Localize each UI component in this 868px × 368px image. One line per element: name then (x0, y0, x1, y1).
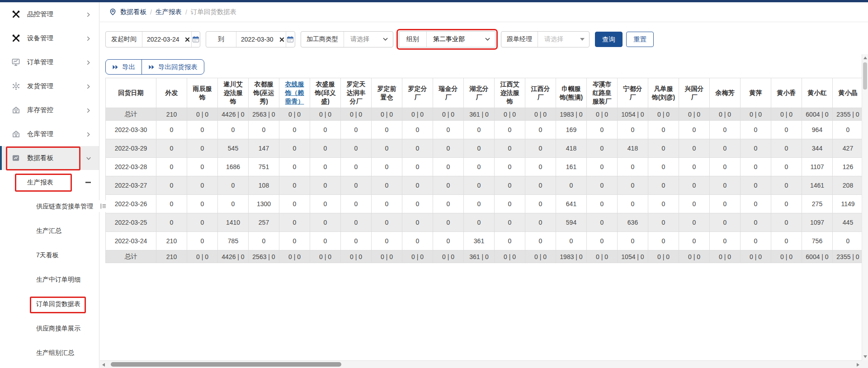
total-cell: 0 | 0 (587, 108, 618, 121)
value-cell: 0 (310, 213, 341, 232)
sidebar-collapse-toggle[interactable] (99, 200, 107, 212)
export-return-report-button[interactable]: 导出回货报表 (142, 60, 204, 74)
total-cell: 0 | 0 (648, 108, 679, 121)
start-date-clear-icon[interactable] (184, 32, 191, 47)
sidebar-subitem-production-report[interactable]: 生产报表 (0, 170, 99, 194)
sidebar-item-4[interactable]: 库存管控 (0, 98, 99, 122)
sidebar-leaf-1[interactable]: 生产汇总 (0, 219, 99, 243)
end-date-input[interactable]: 2022-03-30 (236, 32, 278, 47)
value-cell: 0 (464, 139, 495, 158)
sidebar-item-6[interactable]: 数据看板 (0, 146, 99, 170)
value-cell: 0 (587, 158, 618, 176)
chevron-down-icon (485, 37, 491, 42)
manager-select[interactable]: 请选择 (538, 32, 589, 47)
value-cell: 0 (218, 176, 249, 195)
reset-button[interactable]: 重置 (626, 32, 654, 47)
column-header-11: 江西艾迩法服饰 (495, 78, 525, 108)
scroll-left-arrow[interactable] (102, 363, 105, 367)
sidebar-item-2[interactable]: 订单管理 (0, 50, 99, 74)
fast-forward-icon (112, 64, 119, 70)
sidebar-item-label: 库存管控 (27, 106, 53, 114)
location-pin-icon (109, 8, 117, 16)
column-header-15: 宁都分厂 (618, 78, 648, 108)
sidebar-leaf-0[interactable]: 供应链查货接单管理 (0, 194, 99, 219)
column-header-18: 余梅芳 (710, 78, 741, 108)
value-cell: 0 (771, 176, 802, 195)
column-header-20: 黄小香 (771, 78, 802, 108)
breadcrumb-dashboard[interactable]: 数据看板 (120, 8, 146, 16)
sidebar-item-5[interactable]: 仓库管理 (0, 122, 99, 146)
vertical-scrollbar[interactable] (862, 54, 868, 360)
export-button[interactable]: 导出 (106, 60, 142, 74)
value-cell: 0 (710, 158, 741, 176)
value-cell: 0 (464, 176, 495, 195)
date-cell: 2022-03-27 (106, 176, 156, 195)
processor-type-select[interactable]: 请选择 (344, 32, 393, 47)
value-cell: 0 (310, 232, 341, 250)
sidebar-item-1[interactable]: 设备管理 (0, 26, 99, 50)
column-header-date: 回货日期 (106, 78, 156, 108)
value-cell: 0 (402, 176, 433, 195)
value-cell: 0 (402, 232, 433, 250)
value-cell: 0 (372, 213, 402, 232)
value-cell: 126 (833, 158, 863, 176)
value-cell: 0 (372, 195, 402, 213)
manager-label: 跟单经理 (501, 32, 538, 47)
fast-forward-icon (148, 64, 155, 70)
value-cell: 0 (587, 213, 618, 232)
total-cell: 0 | 0 (525, 108, 556, 121)
total-cell: 0 | 0 (402, 250, 433, 263)
table-row: 2022-03-30000000000000016900000009640 (106, 121, 863, 139)
scroll-down-arrow[interactable] (863, 355, 867, 358)
sidebar-leaf-5[interactable]: 供应商接单展示 (0, 316, 99, 341)
sidebar-leaf-2[interactable]: 7天看板 (0, 243, 99, 268)
end-date-group: 到 2022-03-30 (206, 31, 295, 47)
total-label: 总计 (106, 108, 156, 121)
leaf-label: 生产汇总 (36, 227, 61, 235)
scroll-up-arrow[interactable] (863, 57, 867, 59)
column-header-21: 黄小红 (802, 78, 833, 108)
date-cell: 2022-03-30 (106, 121, 156, 139)
start-date-label: 发起时间 (106, 32, 142, 47)
column-header-13: 巾帼服饰(熊满) (556, 78, 587, 108)
end-date-calendar-icon[interactable] (286, 32, 295, 47)
value-cell: 0 (464, 195, 495, 213)
breadcrumb-separator: / (185, 9, 187, 16)
sidebar-item-label: 发货管理 (27, 82, 53, 90)
value-cell: 1461 (802, 176, 833, 195)
value-cell: 0 (771, 232, 802, 250)
total-cell: 0 | 0 (372, 108, 402, 121)
vertical-scroll-thumb[interactable] (863, 62, 867, 90)
value-cell: 0 (433, 232, 464, 250)
sidebar-leaf-6[interactable]: 生产组别汇总 (0, 341, 99, 365)
scroll-right-arrow[interactable] (857, 363, 859, 367)
horizontal-scroll-thumb[interactable] (111, 362, 341, 367)
group-select[interactable]: 第二事业部 (427, 32, 495, 47)
chevron-right-icon (85, 83, 92, 90)
sidebar-item-3[interactable]: 发货管理 (0, 74, 99, 98)
sidebar-leaf-4[interactable]: 订单回货数据表 (0, 292, 99, 316)
value-cell: 0 (495, 121, 525, 139)
breadcrumb: 数据看板 / 生产报表 / 订单回货数据表 (100, 2, 868, 22)
breadcrumb-production-report[interactable]: 生产报表 (156, 8, 182, 16)
start-date-input[interactable]: 2022-03-24 (142, 32, 184, 47)
value-cell: 147 (249, 139, 279, 158)
sidebar-item-0[interactable]: 品控管理 (0, 2, 99, 26)
data-table-wrapper: 回货日期外发雨辰服饰遂川艾迩法服饰衣都服饰(巫运秀)衣线服饰（赖垂青）衣盛服饰(… (105, 78, 862, 263)
total-cell: 0 | 0 (741, 250, 771, 263)
table-row: 2022-03-27000108000000000000000001461208 (106, 176, 863, 195)
value-cell: 0 (310, 139, 341, 158)
column-header-4[interactable]: 衣线服饰（赖垂青） (279, 78, 310, 108)
value-cell: 0 (525, 213, 556, 232)
start-date-calendar-icon[interactable] (191, 32, 200, 47)
value-cell: 0 (741, 139, 771, 158)
total-cell: 0 | 0 (771, 250, 802, 263)
horizontal-scrollbar[interactable] (100, 360, 862, 368)
value-cell: 594 (556, 213, 587, 232)
warehouse-icon (11, 106, 21, 115)
value-cell: 0 (525, 139, 556, 158)
end-date-clear-icon[interactable] (278, 32, 286, 47)
search-button[interactable]: 查询 (595, 32, 623, 47)
sidebar-leaf-3[interactable]: 生产中订单明细 (0, 268, 99, 292)
value-cell: 418 (618, 139, 648, 158)
